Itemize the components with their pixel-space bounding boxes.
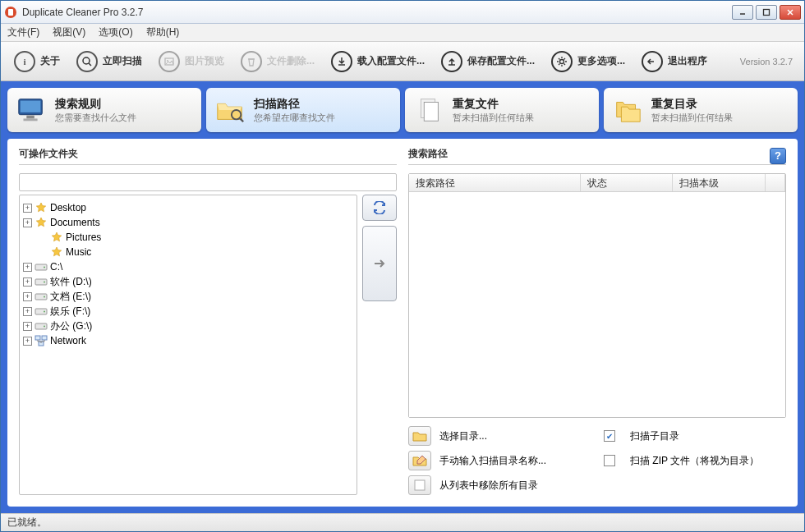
expander-icon[interactable]: + — [23, 292, 32, 301]
app-icon — [4, 6, 17, 19]
menubar: 文件(F) 视图(V) 选项(O) 帮助(H) — [1, 24, 804, 42]
svg-point-36 — [44, 311, 45, 313]
toolbar-about[interactable]: i 关于 — [7, 48, 67, 76]
remove-all-button[interactable] — [408, 475, 431, 495]
close-button[interactable] — [780, 5, 801, 20]
svg-rect-23 — [26, 116, 34, 119]
scan-sub-checkbox[interactable] — [604, 430, 615, 442]
svg-point-7 — [83, 57, 90, 64]
network-icon — [34, 334, 48, 347]
tree-node[interactable]: +Documents — [23, 215, 353, 230]
tab-search-rules[interactable]: 搜索规则您需要查找什么文件 — [7, 88, 201, 132]
scan-zip-checkbox[interactable] — [604, 455, 615, 466]
toolbar-image-preview[interactable]: 图片预览 — [152, 48, 231, 76]
svg-rect-42 — [415, 480, 425, 490]
tree-node-label: C:\ — [50, 261, 62, 273]
app-window: Duplicate Cleaner Pro 3.2.7 文件(F) 视图(V) … — [0, 0, 805, 532]
help-button[interactable]: ? — [770, 148, 786, 164]
svg-point-12 — [560, 59, 564, 63]
download-icon — [331, 51, 352, 72]
tree-node-label: Network — [50, 335, 86, 346]
svg-rect-28 — [424, 103, 438, 122]
drive-icon — [34, 260, 48, 273]
svg-line-19 — [564, 58, 566, 60]
svg-rect-40 — [42, 336, 47, 340]
svg-line-18 — [564, 63, 566, 65]
monitor-icon — [16, 94, 47, 126]
toolbar-more-options[interactable]: 更多选项... — [545, 48, 632, 76]
folder-tree[interactable]: +Desktop+DocumentsPicturesMusic+C:\+软件 (… — [19, 195, 357, 495]
expander-icon[interactable]: + — [23, 263, 32, 272]
svg-rect-22 — [21, 101, 41, 112]
expander-icon[interactable]: + — [23, 218, 32, 227]
drive-icon — [34, 319, 48, 332]
col-scan-level[interactable]: 扫描本级 — [673, 174, 766, 191]
tree-node[interactable]: +办公 (G:\) — [23, 319, 353, 333]
drive-icon — [34, 305, 48, 318]
tree-node[interactable]: +文档 (E:\) — [23, 289, 353, 304]
toolbar-save-profile[interactable]: 保存配置文件... — [435, 48, 541, 76]
toolbar-exit[interactable]: 退出程序 — [635, 48, 714, 76]
status-text: 已就绪。 — [7, 516, 47, 530]
tree-node-label: 办公 (G:\) — [50, 319, 92, 333]
remove-all-label: 从列表中移除所有目录 — [439, 479, 596, 493]
drive-icon — [34, 275, 48, 288]
star-icon — [34, 201, 48, 214]
tree-node[interactable]: +Desktop — [23, 200, 353, 215]
tree-node-label: Music — [66, 246, 91, 258]
select-dir-button[interactable] — [408, 426, 431, 446]
pages-icon — [413, 94, 444, 126]
image-icon — [159, 51, 180, 72]
expander-icon[interactable]: + — [23, 322, 32, 331]
expander-icon[interactable]: + — [23, 337, 32, 346]
toolbar-load-profile[interactable]: 载入配置文件... — [324, 48, 431, 76]
drive-icon — [34, 290, 48, 303]
exit-icon — [642, 51, 663, 72]
tree-node[interactable]: Music — [23, 245, 353, 259]
col-path[interactable]: 搜索路径 — [409, 174, 581, 191]
svg-point-32 — [44, 282, 45, 283]
right-actions: 选择目录... 扫描子目录 手动输入扫描目录名称... 扫描 ZIP 文件（将视… — [408, 426, 786, 495]
toolbar-file-delete[interactable]: 文件删除... — [234, 48, 321, 76]
manual-input-button[interactable] — [408, 451, 431, 470]
menu-options[interactable]: 选项(O) — [99, 25, 132, 39]
tree-node-label: 文档 (E:\) — [50, 290, 91, 304]
tab-duplicate-files[interactable]: 重复文件暂未扫描到任何结果 — [405, 88, 599, 132]
add-to-list-button[interactable] — [362, 226, 397, 301]
folder-search-icon — [214, 94, 246, 126]
tree-node[interactable]: +C:\ — [23, 259, 353, 274]
toolbar: i 关于 立即扫描 图片预览 文件删除... 载入配置文件... 保存配置文件.… — [1, 42, 804, 81]
svg-line-8 — [89, 63, 91, 66]
grid-body[interactable] — [409, 192, 785, 417]
tree-node[interactable]: +软件 (D:\) — [23, 274, 353, 289]
info-icon: i — [14, 51, 35, 72]
menu-help[interactable]: 帮助(H) — [146, 25, 180, 39]
toolbar-scan-now[interactable]: 立即扫描 — [70, 48, 149, 76]
manual-input-label: 手动输入扫描目录名称... — [439, 454, 596, 468]
tab-strip: 搜索规则您需要查找什么文件 扫描路径您希望在哪查找文件 重复文件暂未扫描到任何结… — [7, 88, 798, 132]
tree-node[interactable]: +Network — [23, 333, 353, 348]
menu-view[interactable]: 视图(V) — [53, 25, 85, 39]
tree-node[interactable]: Pictures — [23, 230, 353, 245]
trash-icon — [241, 51, 262, 72]
statusbar: 已就绪。 — [1, 513, 804, 531]
svg-line-17 — [559, 58, 560, 60]
star-icon — [50, 231, 63, 244]
right-panel: 搜索路径 ? 搜索路径 状态 扫描本级 选择目录... — [408, 147, 786, 495]
minimize-button[interactable] — [732, 5, 753, 20]
tab-duplicate-dirs[interactable]: 重复目录暂未扫描到任何结果 — [604, 88, 798, 132]
tree-node-label: 娱乐 (F:\) — [50, 305, 90, 319]
tab-scan-path[interactable]: 扫描路径您希望在哪查找文件 — [206, 88, 400, 132]
svg-rect-39 — [35, 336, 40, 340]
expander-icon[interactable]: + — [23, 307, 32, 316]
menu-file[interactable]: 文件(F) — [7, 25, 39, 39]
tree-node[interactable]: +娱乐 (F:\) — [23, 304, 353, 319]
upload-icon — [441, 51, 462, 72]
workspace: 搜索规则您需要查找什么文件 扫描路径您希望在哪查找文件 重复文件暂未扫描到任何结… — [1, 81, 804, 513]
col-status[interactable]: 状态 — [581, 174, 674, 191]
path-input[interactable] — [19, 173, 397, 191]
maximize-button[interactable] — [756, 5, 777, 20]
refresh-button[interactable] — [362, 195, 397, 221]
expander-icon[interactable]: + — [23, 204, 32, 213]
expander-icon[interactable]: + — [23, 277, 32, 287]
